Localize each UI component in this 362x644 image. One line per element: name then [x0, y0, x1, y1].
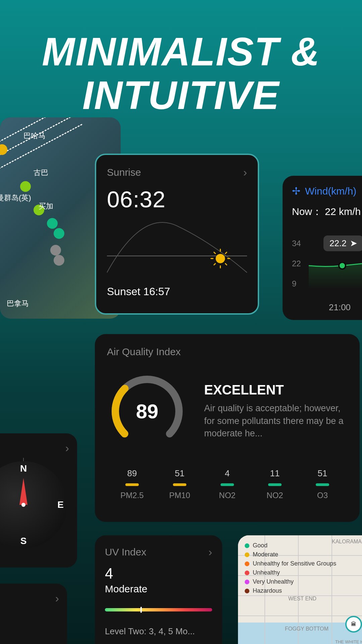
- pollutant-pm10: 51 PM10: [156, 468, 203, 500]
- partial-m: m: [0, 615, 59, 626]
- city-foggy: FOGGY BOTTOM: [285, 626, 328, 632]
- pollutant-value: 51: [156, 468, 203, 479]
- svg-line-8: [214, 264, 215, 265]
- svg-line-7: [225, 264, 227, 265]
- wind-y-9: 9: [292, 279, 296, 288]
- legend-hazardous: Hazardous: [253, 587, 282, 594]
- compass-s: S: [20, 536, 27, 546]
- wind-y-34: 34: [292, 239, 301, 248]
- pollutant-value: 11: [251, 468, 299, 479]
- aqi-title: Air Quality Index: [107, 346, 348, 358]
- aqi-card[interactable]: Air Quality Index 89 EXCELLENT Air quali…: [95, 334, 360, 522]
- sunrise-title: Sunrise: [107, 167, 141, 178]
- city-kalorama: KALORAMA: [332, 539, 362, 545]
- uv-card[interactable]: UV Index › 4 Moderate Level Two: 3, 4, 5…: [95, 535, 222, 644]
- pollutant-name: PM2.5: [108, 491, 156, 500]
- headline: MINIMALIST & INTUITIVE: [0, 0, 362, 117]
- aqi-status: EXCELLENT: [204, 382, 348, 397]
- compass-n: N: [20, 463, 27, 474]
- wind-x-2100: 21:00: [329, 302, 351, 313]
- legend-moderate: Moderate: [253, 551, 278, 558]
- wind-now-label: Now：: [292, 206, 322, 217]
- wind-icon: ✢: [292, 185, 300, 197]
- city-map-card[interactable]: Good Moderate Unhealthy for Sensitive Gr…: [238, 535, 362, 644]
- pollutant-pm25: 89 PM2.5: [108, 468, 156, 500]
- sunrise-time: 06:32: [107, 186, 247, 212]
- compass-card[interactable]: › N E S: [0, 433, 77, 568]
- aqi-description: Air quality is acceptable; however, for …: [204, 402, 348, 440]
- map-label-panama: 巴拿马: [7, 299, 29, 309]
- uv-gradient-bar: [105, 608, 212, 611]
- svg-point-10: [339, 262, 346, 269]
- city-whitehouse: THE WHITE HOUSE: [335, 639, 362, 644]
- svg-line-6: [214, 252, 215, 254]
- city-westend: WEST END: [288, 596, 316, 602]
- chevron-right-icon: ›: [208, 545, 212, 558]
- map-label-bahamas: 巴哈马: [23, 131, 46, 141]
- pollutant-name: O3: [299, 491, 346, 500]
- sunset-label: Sunset 16:57: [107, 285, 247, 298]
- wind-now-value: 22 km/h: [325, 206, 361, 217]
- sunrise-card[interactable]: Sunrise › 06:32 Sunset 16:57: [95, 154, 259, 315]
- legend-very-unhealthy: Very Unhealthy: [253, 578, 294, 585]
- uv-level: Moderate: [105, 583, 212, 595]
- white-house-marker-icon: 🏛: [345, 616, 362, 633]
- legend-good: Good: [253, 542, 267, 549]
- wind-tooltip-value: 22.2: [329, 238, 347, 249]
- sunrise-graph: [107, 216, 247, 283]
- pollutant-name: NO2: [251, 491, 299, 500]
- pollutant-name: NO2: [203, 491, 251, 500]
- chevron-right-icon: ›: [55, 592, 59, 605]
- wind-card[interactable]: ✢ Wind(km/h) Now： 22 km/h 34 22 9 22.2 ➤…: [283, 176, 362, 320]
- uv-note: Level Two: 3, 4, 5 Mo...: [105, 626, 212, 637]
- wind-title: Wind(km/h): [305, 185, 356, 197]
- compass-dial: N E S: [0, 461, 67, 548]
- legend-unhealthy: Unhealthy: [253, 569, 280, 576]
- pollutant-value: 51: [299, 468, 346, 479]
- aqi-gauge: 89: [107, 371, 187, 451]
- map-label-cayman: 曼群岛(英): [0, 193, 31, 203]
- arrow-icon: ➤: [350, 238, 357, 249]
- aqi-value: 89: [136, 400, 159, 423]
- pollutant-value: 4: [203, 468, 251, 479]
- wind-y-22: 22: [292, 259, 301, 268]
- aqi-pollutants: 89 PM2.5 51 PM10 4 NO2 11 NO2 51 O3: [107, 468, 348, 500]
- uv-title: UV Index: [105, 546, 146, 558]
- visibility-card[interactable]: y › m 16.1 km 16.1 km: [0, 584, 67, 644]
- svg-point-1: [216, 254, 225, 263]
- pollutant-no2-b: 11 NO2: [251, 468, 299, 500]
- legend-usg: Unhealthy for Sensitive Groups: [253, 560, 336, 567]
- svg-line-9: [225, 252, 227, 254]
- pollutant-value: 89: [108, 468, 156, 479]
- map-label-cuba: 古巴: [34, 168, 48, 178]
- compass-e: E: [57, 499, 64, 510]
- pollutant-no2-a: 4 NO2: [203, 468, 251, 500]
- uv-value: 4: [105, 565, 212, 582]
- compass-needle-icon: [19, 478, 27, 505]
- pollutant-name: PM10: [156, 491, 203, 500]
- headline-line-2: INTUITIVE: [0, 74, 362, 117]
- headline-line-1: MINIMALIST &: [0, 30, 362, 74]
- wind-chart: 34 22 9 22.2 ➤ 21:00: [292, 225, 362, 313]
- map-label-jamaica: 买加: [39, 201, 53, 211]
- chevron-right-icon: ›: [243, 166, 247, 179]
- pollutant-o3: 51 O3: [299, 468, 346, 500]
- chevron-right-icon: ›: [65, 441, 69, 454]
- map-legend: Good Moderate Unhealthy for Sensitive Gr…: [245, 542, 336, 596]
- wind-tooltip: 22.2 ➤: [323, 235, 362, 251]
- uv-marker: [140, 607, 142, 613]
